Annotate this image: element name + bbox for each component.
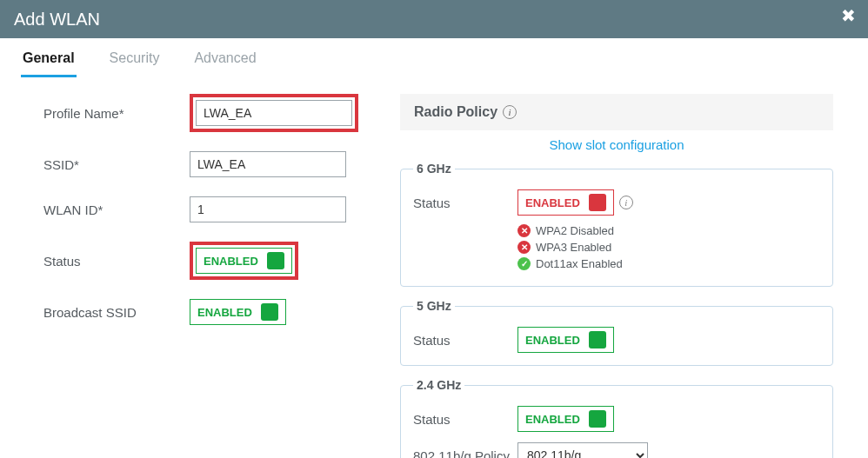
general-form: Profile Name* SSID* WLAN ID* Status ENAB… xyxy=(9,94,391,458)
tab-security[interactable]: Security xyxy=(108,50,162,77)
content-area: Profile Name* SSID* WLAN ID* Status ENAB… xyxy=(0,78,868,458)
status-toggle-5ghz-text: ENABLED xyxy=(525,334,580,347)
broadcast-ssid-toggle[interactable]: ENABLED xyxy=(190,299,286,325)
toggle-handle-icon xyxy=(261,303,278,321)
notes-6ghz: ✕ WPA2 Disabled ✕ WPA3 Enabled ✓ Dot11ax… xyxy=(517,224,820,270)
tab-general[interactable]: General xyxy=(21,50,77,77)
status-toggle[interactable]: ENABLED xyxy=(196,248,292,274)
tab-advanced[interactable]: Advanced xyxy=(192,50,257,77)
status-toggle-6ghz[interactable]: ENABLED xyxy=(517,189,614,216)
profile-name-highlight xyxy=(190,94,358,132)
status-toggle-6ghz-text: ENABLED xyxy=(525,196,580,209)
tab-bar: General Security Advanced xyxy=(0,38,868,78)
broadcast-ssid-toggle-text: ENABLED xyxy=(197,306,252,319)
close-icon[interactable]: ✖ xyxy=(841,5,856,26)
error-icon: ✕ xyxy=(517,241,531,254)
status-label-5ghz: Status xyxy=(413,333,517,348)
toggle-handle-icon xyxy=(589,194,606,211)
info-icon[interactable]: i xyxy=(619,196,633,209)
status-toggle-24ghz-text: ENABLED xyxy=(525,413,580,426)
legend-24ghz: 2.4 GHz xyxy=(413,378,464,392)
note-wpa3: ✕ WPA3 Enabled xyxy=(517,241,820,254)
modal-titlebar: Add WLAN ✖ xyxy=(0,0,868,38)
status-toggle-text: ENABLED xyxy=(204,255,258,268)
note-dot11ax: ✓ Dot11ax Enabled xyxy=(517,257,820,270)
bg-policy-select[interactable]: 802.11b/g xyxy=(517,442,648,458)
radio-policy-heading: Radio Policy i xyxy=(400,94,833,130)
status-label: Status xyxy=(43,254,190,269)
toggle-handle-icon xyxy=(589,410,606,428)
show-slot-configuration-link[interactable]: Show slot configuration xyxy=(549,137,684,152)
note-wpa3-text: WPA3 Enabled xyxy=(536,241,611,254)
note-dot11ax-text: Dot11ax Enabled xyxy=(536,257,623,270)
status-toggle-24ghz[interactable]: ENABLED xyxy=(517,406,614,432)
legend-6ghz: 6 GHz xyxy=(413,162,455,176)
toggle-handle-icon xyxy=(589,331,606,348)
error-icon: ✕ xyxy=(517,224,531,237)
profile-name-label: Profile Name* xyxy=(43,106,190,121)
status-highlight: ENABLED xyxy=(190,242,298,280)
profile-name-input[interactable] xyxy=(196,100,352,126)
bg-policy-label: 802.11b/g Policy xyxy=(413,448,517,459)
radio-policy-panel: Radio Policy i Show slot configuration 6… xyxy=(400,94,859,458)
status-label-24ghz: Status xyxy=(413,412,517,427)
info-icon[interactable]: i xyxy=(503,105,517,119)
ssid-input[interactable] xyxy=(190,151,346,177)
radio-policy-heading-text: Radio Policy xyxy=(414,104,497,120)
legend-5ghz: 5 GHz xyxy=(413,299,455,313)
wlan-id-input[interactable] xyxy=(190,196,346,222)
status-toggle-5ghz[interactable]: ENABLED xyxy=(517,327,614,353)
fieldset-6ghz: 6 GHz Status ENABLED i ✕ WPA2 Disabled ✕… xyxy=(400,162,833,287)
wlan-id-label: WLAN ID* xyxy=(43,202,190,217)
check-icon: ✓ xyxy=(517,257,531,270)
modal-title: Add WLAN xyxy=(14,10,100,30)
toggle-handle-icon xyxy=(267,252,284,269)
fieldset-24ghz: 2.4 GHz Status ENABLED 802.11b/g Policy … xyxy=(400,378,833,458)
note-wpa2-text: WPA2 Disabled xyxy=(536,224,614,237)
fieldset-5ghz: 5 GHz Status ENABLED xyxy=(400,299,833,366)
note-wpa2: ✕ WPA2 Disabled xyxy=(517,224,820,237)
broadcast-ssid-label: Broadcast SSID xyxy=(43,305,190,320)
status-label-6ghz: Status xyxy=(413,196,517,210)
ssid-label: SSID* xyxy=(43,157,190,172)
